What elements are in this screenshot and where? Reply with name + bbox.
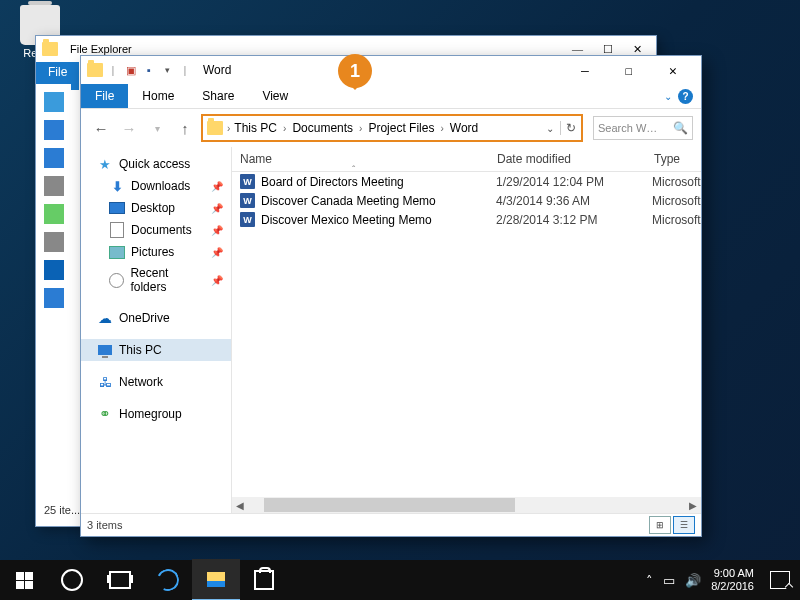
- word-doc-icon: W: [240, 193, 255, 208]
- titlebar[interactable]: | ▣ ▪ ▾ | Word — ☐ ✕: [81, 56, 701, 84]
- refresh-button[interactable]: ↻: [560, 121, 581, 135]
- chevron-right-icon[interactable]: ›: [357, 123, 364, 134]
- qat-customize-icon[interactable]: ▾: [159, 62, 175, 78]
- pin-icon: 📌: [211, 275, 223, 286]
- pin-icon: 📌: [211, 181, 223, 192]
- recent-locations-button[interactable]: ▾: [145, 116, 169, 140]
- sidebar-item-recent[interactable]: Recent folders 📌: [81, 263, 231, 297]
- scrollbar-thumb[interactable]: [264, 498, 515, 512]
- sidebar-item-pictures[interactable]: Pictures 📌: [81, 241, 231, 263]
- sidebar-item-homegroup[interactable]: ⚭ Homegroup: [81, 403, 231, 425]
- sidebar-item-downloads[interactable]: ⬇ Downloads 📌: [81, 175, 231, 197]
- file-type: Microsoft Word...: [644, 213, 701, 227]
- bg-maximize-button[interactable]: ☐: [603, 43, 613, 56]
- sidebar-label: OneDrive: [119, 311, 170, 325]
- sidebar-label: Network: [119, 375, 163, 389]
- maximize-button[interactable]: ☐: [607, 56, 651, 84]
- file-explorer-window: | ▣ ▪ ▾ | Word — ☐ ✕ File Home Share Vie…: [80, 55, 702, 537]
- sidebar-item-onedrive[interactable]: ☁ OneDrive: [81, 307, 231, 329]
- column-date[interactable]: Date modified: [489, 152, 646, 166]
- minimize-button[interactable]: —: [563, 56, 607, 84]
- taskbar-file-explorer[interactable]: [192, 559, 240, 600]
- sidebar-item-quick-access[interactable]: ★ Quick access: [81, 153, 231, 175]
- file-row[interactable]: WBoard of Directors Meeting 1/29/2014 12…: [232, 172, 701, 191]
- desktop: Recy... File Explorer — ☐ ✕ File 25 ite.…: [0, 0, 800, 600]
- ribbon-expand-icon[interactable]: ⌄: [664, 91, 672, 102]
- windows-logo-icon: [16, 572, 33, 589]
- search-input[interactable]: Search W… 🔍: [593, 116, 693, 140]
- task-view-button[interactable]: [96, 560, 144, 600]
- taskbar-clock[interactable]: 9:00 AM 8/2/2016: [711, 567, 754, 593]
- qat-separator: |: [105, 62, 121, 78]
- taskbar: ˄ ▭ 🔊 9:00 AM 8/2/2016: [0, 560, 800, 600]
- crumb-project-files[interactable]: Project Files: [364, 121, 438, 135]
- sidebar-item-documents[interactable]: Documents 📌: [81, 219, 231, 241]
- file-row[interactable]: WDiscover Canada Meeting Memo 4/3/2014 9…: [232, 191, 701, 210]
- file-name: Discover Mexico Meeting Memo: [261, 213, 432, 227]
- volume-icon[interactable]: 🔊: [685, 573, 701, 588]
- window-controls: — ☐ ✕: [563, 56, 695, 84]
- onedrive-icon: ☁: [97, 310, 113, 326]
- battery-icon[interactable]: ▭: [663, 573, 675, 588]
- scroll-right-arrow[interactable]: ▶: [685, 500, 701, 511]
- sidebar-item-desktop[interactable]: Desktop 📌: [81, 197, 231, 219]
- scrollbar-track[interactable]: [264, 497, 669, 513]
- tab-home[interactable]: Home: [128, 84, 188, 108]
- clock-date: 8/2/2016: [711, 580, 754, 593]
- start-button[interactable]: [0, 560, 48, 600]
- system-tray: ˄ ▭ 🔊 9:00 AM 8/2/2016: [646, 567, 800, 593]
- crumb-this-pc[interactable]: This PC: [230, 121, 281, 135]
- qat-separator: |: [177, 62, 193, 78]
- close-button[interactable]: ✕: [651, 56, 695, 84]
- tray-overflow-icon[interactable]: ˄: [646, 573, 653, 588]
- address-folder-icon: [207, 121, 223, 135]
- address-dropdown-button[interactable]: ⌄: [540, 123, 560, 134]
- callout-badge-1: 1: [338, 54, 372, 88]
- view-large-icons-button[interactable]: ⊞: [649, 516, 671, 534]
- bg-close-button[interactable]: ✕: [633, 43, 642, 56]
- forward-button[interactable]: →: [117, 116, 141, 140]
- view-mode-buttons: ⊞ ☰: [649, 516, 695, 534]
- back-button[interactable]: ←: [89, 116, 113, 140]
- up-button[interactable]: ↑: [173, 116, 197, 140]
- file-list[interactable]: WBoard of Directors Meeting 1/29/2014 12…: [232, 172, 701, 497]
- file-date: 4/3/2014 9:36 AM: [488, 194, 644, 208]
- breadcrumb: This PC› Documents› Project Files› Word: [230, 121, 540, 135]
- search-placeholder: Search W…: [598, 122, 657, 134]
- tab-view[interactable]: View: [248, 84, 302, 108]
- action-center-icon[interactable]: [770, 571, 790, 589]
- column-name[interactable]: Name: [232, 152, 489, 166]
- search-icon: 🔍: [673, 121, 688, 135]
- status-bar: 3 items ⊞ ☰: [81, 513, 701, 536]
- tab-share[interactable]: Share: [188, 84, 248, 108]
- file-list-pane: Name Date modified Type WBoard of Direct…: [232, 147, 701, 513]
- downloads-icon: ⬇: [109, 178, 125, 194]
- cortana-button[interactable]: [48, 560, 96, 600]
- taskbar-edge[interactable]: [144, 560, 192, 600]
- window-body: ★ Quick access ⬇ Downloads 📌 Desktop 📌 D…: [81, 147, 701, 513]
- help-icon[interactable]: ?: [678, 89, 693, 104]
- sidebar-item-this-pc[interactable]: This PC: [81, 339, 231, 361]
- file-type: Microsoft Word...: [644, 194, 701, 208]
- chevron-right-icon[interactable]: ›: [438, 123, 445, 134]
- status-item-count: 3 items: [87, 519, 122, 531]
- crumb-documents[interactable]: Documents: [288, 121, 357, 135]
- file-type: Microsoft Word...: [644, 175, 701, 189]
- column-type[interactable]: Type: [646, 152, 701, 166]
- taskbar-store[interactable]: [240, 560, 288, 600]
- file-row[interactable]: WDiscover Mexico Meeting Memo 2/28/2014 …: [232, 210, 701, 229]
- new-folder-icon[interactable]: ▪: [141, 62, 157, 78]
- column-headers: Name Date modified Type: [232, 147, 701, 172]
- navigation-pane: ★ Quick access ⬇ Downloads 📌 Desktop 📌 D…: [81, 147, 232, 513]
- scroll-left-arrow[interactable]: ◀: [232, 500, 248, 511]
- sidebar-item-network[interactable]: 🖧 Network: [81, 371, 231, 393]
- properties-icon[interactable]: ▣: [123, 62, 139, 78]
- tab-file[interactable]: File: [81, 84, 128, 108]
- file-name: Board of Directors Meeting: [261, 175, 404, 189]
- horizontal-scrollbar[interactable]: ◀ ▶: [232, 497, 701, 513]
- view-details-button[interactable]: ☰: [673, 516, 695, 534]
- bg-minimize-button[interactable]: —: [572, 43, 583, 56]
- address-bar[interactable]: › This PC› Documents› Project Files› Wor…: [201, 114, 583, 142]
- crumb-word[interactable]: Word: [446, 121, 482, 135]
- chevron-right-icon[interactable]: ›: [281, 123, 288, 134]
